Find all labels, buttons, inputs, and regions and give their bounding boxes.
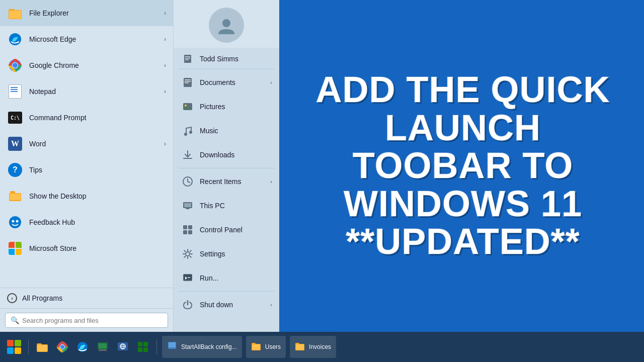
svg-rect-20	[185, 81, 191, 82]
users-folder-icon	[251, 341, 261, 353]
svg-point-13	[222, 19, 230, 27]
show-desktop-icon	[7, 188, 23, 204]
recent-label: Recent Items	[200, 177, 270, 186]
svg-rect-9	[10, 194, 21, 200]
menu-item-edge[interactable]: Microsoft Edge ›	[0, 26, 173, 52]
taskbar-item-edge-tb[interactable]	[73, 337, 92, 356]
tips-icon: ?	[7, 162, 23, 178]
notepad-arrow: ›	[164, 88, 166, 95]
show-desktop-label: Show the Desktop	[29, 192, 166, 200]
svg-point-42	[60, 345, 64, 349]
svg-rect-32	[188, 230, 192, 234]
user-avatar-area	[174, 0, 279, 48]
main-title: ADD THE QUICK LAUNCH TOOBAR TO WINDOWS 1…	[297, 71, 629, 261]
right-item-this-pc[interactable]: This PC	[174, 194, 279, 218]
taskbar-window-users[interactable]: Users	[246, 336, 286, 358]
taskbar-item-chrome-tb[interactable]	[53, 337, 72, 356]
svg-rect-36	[188, 277, 190, 278]
pictures-icon	[181, 100, 195, 114]
search-bar: 🔍	[0, 308, 173, 332]
downloads-icon	[181, 148, 195, 162]
downloads-label: Downloads	[200, 151, 272, 159]
control-panel-label: Control Panel	[200, 226, 272, 234]
chrome-arrow: ›	[164, 62, 166, 69]
this-pc-label: This PC	[200, 202, 272, 210]
users-label: Users	[265, 343, 281, 350]
svg-rect-46	[99, 349, 107, 351]
menu-item-store[interactable]: Microsoft Store	[0, 235, 173, 261]
recent-arrow: ›	[270, 178, 272, 185]
taskbar-item-app6[interactable]	[133, 337, 152, 356]
right-item-music[interactable]: Music	[174, 119, 279, 143]
svg-rect-45	[99, 343, 107, 348]
start-button[interactable]	[4, 337, 24, 357]
file-explorer-arrow: ›	[164, 10, 166, 17]
right-item-pictures[interactable]: Pictures	[174, 95, 279, 119]
right-item-recent[interactable]: Recent Items ›	[174, 169, 279, 194]
divider-2	[179, 168, 274, 168]
word-label: Word	[29, 140, 164, 148]
chrome-label: Google Chrome	[29, 61, 164, 69]
control-panel-icon	[181, 223, 195, 237]
menu-items-list: File Explorer › Microsoft Edge ›	[0, 0, 173, 288]
svg-rect-17	[185, 59, 189, 60]
run-label: Run...	[200, 274, 272, 282]
all-programs[interactable]: › All Programs	[0, 288, 173, 308]
right-item-control-panel[interactable]: Control Panel	[174, 218, 279, 242]
left-panel: File Explorer › Microsoft Edge ›	[0, 0, 174, 332]
svg-rect-28	[184, 203, 191, 207]
svg-point-33	[186, 252, 190, 256]
menu-item-cmd[interactable]: C:\ Command Prompt	[0, 105, 173, 131]
svg-point-24	[184, 133, 187, 136]
right-item-downloads[interactable]: Downloads	[174, 143, 279, 167]
taskbar-item-app4[interactable]	[93, 337, 112, 356]
svg-point-10	[9, 216, 21, 228]
right-item-documents[interactable]: Documents ›	[174, 70, 279, 95]
taskbar-window-invoices[interactable]: Invoices	[290, 336, 336, 358]
word-arrow: ›	[164, 140, 166, 147]
startallback-label: StartAllBack config...	[181, 343, 237, 350]
all-programs-label: All Programs	[22, 294, 62, 302]
taskbar-item-app5[interactable]	[113, 337, 132, 356]
svg-rect-2	[9, 11, 21, 19]
folder-icon	[7, 5, 23, 21]
taskbar-window-startallback[interactable]: StartAllBack config...	[162, 336, 242, 358]
music-label: Music	[200, 127, 272, 135]
this-pc-icon	[181, 199, 195, 213]
menu-item-word[interactable]: W Word ›	[0, 131, 173, 157]
svg-point-11	[12, 220, 15, 223]
svg-point-25	[189, 131, 192, 134]
user-doc-icon	[181, 52, 195, 66]
search-input[interactable]	[22, 317, 163, 324]
invoices-folder-icon	[295, 341, 305, 353]
documents-icon	[181, 75, 195, 89]
settings-icon	[181, 247, 195, 261]
svg-rect-60	[296, 344, 304, 350]
taskbar-item-fm[interactable]	[33, 337, 52, 356]
user-name-row[interactable]: Todd Simms	[174, 48, 279, 68]
svg-rect-30	[188, 225, 192, 229]
right-item-run[interactable]: Run...	[174, 266, 279, 290]
taskbar-pinned	[33, 337, 152, 356]
run-icon	[181, 271, 195, 285]
edge-icon	[7, 31, 23, 47]
menu-item-tips[interactable]: ? Tips	[0, 157, 173, 183]
word-icon: W	[7, 136, 23, 152]
shutdown-arrow: ›	[270, 302, 272, 308]
menu-item-show-desktop[interactable]: Show the Desktop	[0, 183, 173, 209]
svg-rect-51	[138, 347, 142, 352]
title-area: ADD THE QUICK LAUNCH TOOBAR TO WINDOWS 1…	[282, 0, 644, 332]
documents-label: Documents	[200, 78, 270, 86]
feedback-label: Feedback Hub	[29, 218, 166, 226]
svg-rect-39	[37, 345, 47, 351]
menu-item-chrome[interactable]: Google Chrome ›	[0, 52, 173, 78]
menu-item-notepad[interactable]: Notepad ›	[0, 78, 173, 105]
right-item-settings[interactable]: Settings	[174, 242, 279, 266]
right-item-shutdown[interactable]: Shut down ›	[174, 293, 279, 317]
start-menu: File Explorer › Microsoft Edge ›	[0, 0, 279, 332]
user-name: Todd Simms	[200, 55, 238, 63]
menu-item-feedback[interactable]: Feedback Hub	[0, 209, 173, 235]
notepad-icon	[7, 83, 23, 100]
menu-item-file-explorer[interactable]: File Explorer ›	[0, 0, 173, 26]
store-label: Microsoft Store	[29, 244, 166, 252]
